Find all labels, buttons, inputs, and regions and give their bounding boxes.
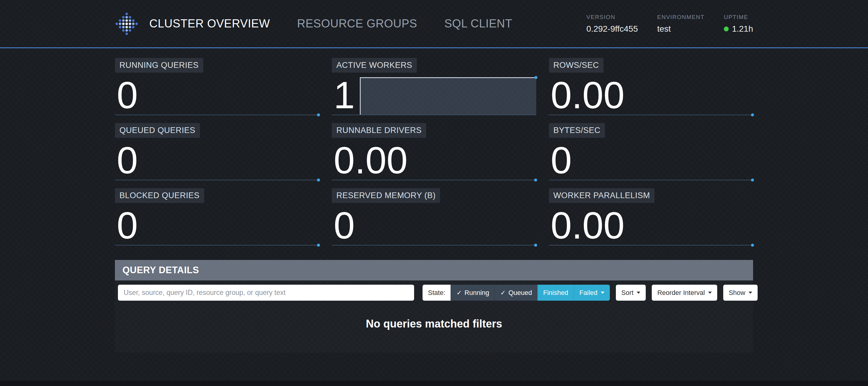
- tab-resource-groups[interactable]: RESOURCE GROUPS: [297, 17, 417, 30]
- sparkline: [115, 245, 319, 246]
- stat-value: 0: [549, 141, 753, 180]
- stat-card-worker-parallelism: WORKER PARALLELISM 0.00: [549, 188, 753, 246]
- sparkline: [332, 245, 536, 246]
- stat-value: 1: [332, 76, 536, 114]
- caret-down-icon: [708, 292, 712, 294]
- query-details-header: QUERY DETAILS: [115, 260, 753, 281]
- stat-value: 0: [115, 206, 319, 245]
- stat-card-active-workers: ACTIVE WORKERS 1: [332, 58, 536, 115]
- uptime-info: UPTIME 1.21h: [724, 14, 753, 34]
- tab-sql-client[interactable]: SQL CLIENT: [444, 17, 512, 30]
- environment-info: ENVIRONMENT test: [657, 14, 705, 34]
- stat-value: 0: [115, 76, 319, 114]
- stat-label: QUEUED QUERIES: [115, 123, 200, 138]
- state-filter-finished-label: Finished: [543, 289, 568, 297]
- check-icon: ✓: [456, 289, 462, 296]
- query-search-input[interactable]: [118, 285, 414, 301]
- version-value: 0.292-9ffc455: [586, 24, 638, 34]
- query-details-toolbar: State: ✓ Running ✓ Queued Finished Faile…: [118, 285, 750, 301]
- caret-down-icon: [749, 292, 752, 294]
- reorder-interval-label: Reorder Interval: [657, 289, 705, 297]
- sparkline: [115, 115, 319, 115]
- show-dropdown[interactable]: Show: [723, 285, 757, 301]
- stat-label: WORKER PARALLELISM: [549, 188, 655, 203]
- state-filter-failed-label: Failed: [579, 289, 597, 297]
- stat-value: 0: [115, 141, 319, 180]
- stat-label: RESERVED MEMORY (B): [332, 188, 440, 203]
- sort-dropdown[interactable]: Sort: [616, 285, 646, 301]
- state-filter-running[interactable]: ✓ Running: [451, 285, 495, 301]
- check-icon: ✓: [500, 289, 506, 296]
- footer-strip: [0, 381, 868, 386]
- sparkline: [332, 115, 536, 115]
- stat-card-running-queries: RUNNING QUERIES 0: [115, 58, 319, 115]
- state-filter-queued[interactable]: ✓ Queued: [495, 285, 537, 301]
- status-dot-icon: [724, 27, 728, 31]
- state-filter-failed[interactable]: Failed: [574, 285, 610, 301]
- stat-card-blocked-queries: BLOCKED QUERIES 0: [115, 188, 319, 246]
- stat-label: ROWS/SEC: [549, 58, 603, 73]
- stat-card-rows-per-sec: ROWS/SEC 0.00: [549, 58, 753, 115]
- caret-down-icon: [601, 292, 604, 294]
- stat-label: ACTIVE WORKERS: [332, 58, 417, 73]
- sparkline: [115, 180, 319, 180]
- environment-label: ENVIRONMENT: [657, 14, 705, 21]
- stat-card-runnable-drivers: RUNNABLE DRIVERS 0.00: [332, 123, 536, 180]
- stats-grid: RUNNING QUERIES 0 ACTIVE WORKERS 1 ROWS/…: [115, 58, 753, 246]
- stat-value: 0.00: [549, 206, 753, 245]
- cluster-overview-page: CLUSTER OVERVIEW RESOURCE GROUPS SQL CLI…: [0, 0, 868, 386]
- stat-value: 0.00: [549, 76, 753, 114]
- show-dropdown-label: Show: [728, 289, 745, 297]
- environment-value: test: [657, 24, 705, 34]
- state-filter-finished[interactable]: Finished: [537, 285, 574, 301]
- query-details-title: QUERY DETAILS: [122, 265, 199, 276]
- sparkline: [549, 180, 753, 180]
- stat-card-queued-queries: QUEUED QUERIES 0: [115, 123, 319, 180]
- uptime-value: 1.21h: [724, 24, 753, 34]
- stat-label: BYTES/SEC: [549, 123, 605, 138]
- version-info: VERSION 0.292-9ffc455: [586, 14, 638, 34]
- cluster-info: VERSION 0.292-9ffc455 ENVIRONMENT test U…: [586, 14, 753, 34]
- stat-label: RUNNING QUERIES: [115, 58, 203, 73]
- tab-cluster-overview[interactable]: CLUSTER OVERVIEW: [149, 17, 270, 30]
- uptime-text: 1.21h: [732, 24, 753, 34]
- no-queries-message: No queries matched filters: [115, 301, 753, 353]
- state-filter-label: State:: [423, 285, 451, 301]
- uptime-label: UPTIME: [724, 14, 753, 21]
- state-filter-running-label: Running: [464, 289, 489, 297]
- stat-label: RUNNABLE DRIVERS: [332, 123, 426, 138]
- stat-value: 0.00: [332, 141, 536, 180]
- version-label: VERSION: [586, 14, 638, 21]
- sort-dropdown-label: Sort: [621, 289, 633, 297]
- stat-card-bytes-per-sec: BYTES/SEC 0: [549, 123, 753, 180]
- navbar: CLUSTER OVERVIEW RESOURCE GROUPS SQL CLI…: [0, 0, 868, 48]
- state-filter-group: State: ✓ Running ✓ Queued Finished Faile…: [423, 285, 610, 301]
- stat-label: BLOCKED QUERIES: [115, 188, 204, 203]
- query-details-section: QUERY DETAILS State: ✓ Running ✓ Queued …: [115, 260, 753, 353]
- trino-logo[interactable]: [115, 12, 138, 36]
- nav-tabs: CLUSTER OVERVIEW RESOURCE GROUPS SQL CLI…: [149, 17, 513, 30]
- reorder-interval-dropdown[interactable]: Reorder Interval: [652, 285, 717, 301]
- stat-card-reserved-memory: RESERVED MEMORY (B) 0: [332, 188, 536, 246]
- stat-value: 0: [332, 206, 536, 245]
- caret-down-icon: [637, 292, 640, 294]
- state-filter-queued-label: Queued: [508, 289, 532, 297]
